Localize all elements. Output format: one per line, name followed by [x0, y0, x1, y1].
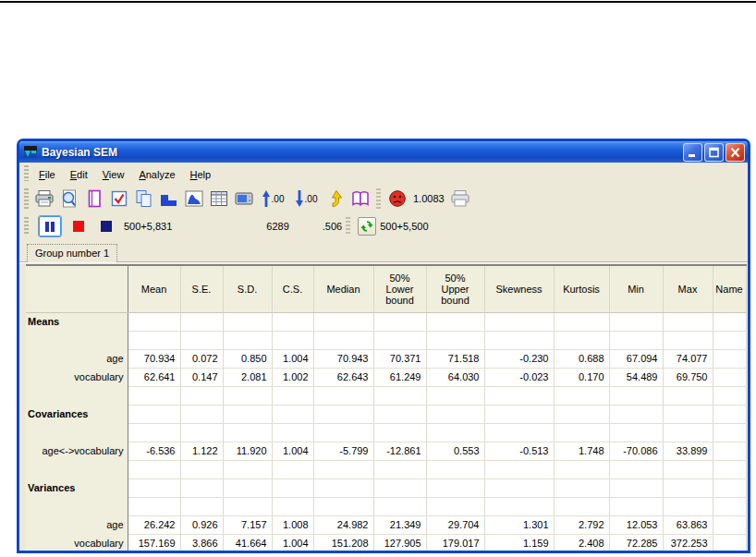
- refresh-button[interactable]: [358, 217, 376, 236]
- cell: [223, 312, 272, 331]
- screen-icon[interactable]: [232, 188, 255, 210]
- cell: [609, 312, 663, 331]
- menu-item-view[interactable]: View: [95, 167, 132, 182]
- cell: [663, 405, 713, 423]
- page-top-rule: [0, 1, 756, 3]
- cell: [373, 497, 426, 515]
- cell: [272, 497, 313, 515]
- cell: [128, 460, 180, 478]
- cell: 70.371: [373, 349, 426, 368]
- table-row[interactable]: age70.9340.0720.8501.00470.94370.37171.5…: [26, 349, 746, 368]
- adjust-icon[interactable]: [323, 188, 347, 210]
- cell: 67.094: [609, 349, 663, 368]
- cell: 11.920: [223, 442, 272, 460]
- book-icon[interactable]: [348, 188, 372, 210]
- accepted-count: 6289: [266, 221, 288, 232]
- close-button[interactable]: [726, 143, 745, 162]
- cell: [128, 405, 180, 423]
- cell: [609, 478, 663, 497]
- print-icon[interactable]: [32, 188, 55, 210]
- decrease-decimal-icon[interactable]: .00: [290, 188, 322, 210]
- tab-group-number-1[interactable]: Group number 1: [27, 244, 117, 262]
- convergence-statistic: 1.0083: [413, 193, 445, 204]
- cell: [426, 312, 484, 331]
- cell: 70.934: [128, 349, 180, 368]
- column-header: Max: [663, 265, 713, 312]
- bar-chart-icon[interactable]: [157, 188, 180, 210]
- cell: 0.688: [554, 349, 609, 368]
- maximize-button[interactable]: [704, 143, 724, 162]
- stop-navy-button[interactable]: [101, 221, 112, 232]
- row-label: [26, 386, 128, 405]
- cell: [554, 460, 609, 478]
- copy-icon[interactable]: [132, 188, 155, 210]
- pause-button[interactable]: [39, 216, 61, 236]
- cell: [426, 478, 484, 497]
- stop-red-button[interactable]: [73, 221, 84, 232]
- table-row: [26, 460, 746, 478]
- table-row: Variances: [26, 478, 746, 497]
- column-header: Mean: [128, 265, 180, 312]
- cell: 1.122: [180, 442, 223, 460]
- cell: [713, 423, 746, 442]
- cell: [272, 312, 313, 331]
- cell: [272, 460, 313, 478]
- cell: 2.081: [223, 368, 272, 386]
- print-gray-icon[interactable]: [449, 188, 472, 210]
- cell: [313, 312, 373, 331]
- grid-icon[interactable]: [207, 188, 230, 210]
- menu-item-help[interactable]: Help: [183, 167, 219, 182]
- checklist-icon[interactable]: [107, 188, 130, 210]
- cell: 372.253: [663, 534, 713, 551]
- frown-face-icon[interactable]: [385, 188, 408, 210]
- cell: 1.159: [484, 534, 554, 551]
- posterior-plot-icon[interactable]: [182, 188, 205, 210]
- cell: [713, 331, 746, 349]
- notepad-icon[interactable]: [82, 188, 105, 210]
- cell: 61.249: [373, 368, 426, 386]
- column-header: Kurtosis: [554, 265, 609, 312]
- row-label: [26, 460, 128, 478]
- table-row: [26, 423, 746, 442]
- table-row[interactable]: age26.2420.9267.1571.00824.98221.34929.7…: [26, 515, 746, 534]
- table-row[interactable]: vocabulary62.6410.1472.0811.00262.64361.…: [26, 368, 746, 386]
- cell: [128, 386, 180, 405]
- row-label: vocabulary: [26, 368, 128, 386]
- cell: [663, 460, 713, 478]
- cell: [484, 460, 554, 478]
- menu-item-file[interactable]: File: [31, 167, 63, 182]
- toolbar-grip[interactable]: [24, 188, 29, 209]
- minimize-button[interactable]: [683, 143, 702, 162]
- cell: 0.170: [554, 368, 609, 386]
- cell: 179.017: [426, 534, 484, 551]
- menubar: FileEditViewAnalyzeHelp: [19, 163, 748, 184]
- cell: 64.030: [426, 368, 484, 386]
- cell: 1.301: [484, 515, 554, 534]
- page-magnify-icon[interactable]: [57, 188, 80, 210]
- menu-item-analyze[interactable]: Analyze: [131, 167, 182, 182]
- cell: [713, 460, 746, 478]
- cell: [180, 423, 223, 442]
- table-row[interactable]: vocabulary157.1693.86641.6641.004151.208…: [26, 534, 746, 551]
- cell: 62.643: [313, 368, 373, 386]
- toolbar2-grip[interactable]: [24, 217, 29, 236]
- column-header: Min: [609, 265, 663, 312]
- cell: [426, 386, 484, 405]
- table-header-row: MeanS.E.S.D.C.S.Median50% Lower bound50%…: [26, 265, 746, 312]
- toolbar-main: .00 .00 1.0083: [19, 184, 748, 213]
- cell: [554, 497, 609, 515]
- toolbar-separator: [376, 188, 381, 209]
- menu-item-edit[interactable]: Edit: [63, 167, 95, 182]
- cell: [272, 405, 313, 423]
- column-header: Median: [313, 265, 373, 312]
- titlebar[interactable]: Bayesian SEM: [19, 141, 748, 163]
- cell: [223, 460, 272, 478]
- cell: -70.086: [609, 442, 663, 460]
- menubar-grip[interactable]: [24, 165, 29, 180]
- cell: 26.242: [128, 515, 180, 534]
- cell: [554, 478, 609, 497]
- table-row[interactable]: age<->vocabulary-6.5361.12211.9201.004-5…: [26, 442, 746, 460]
- cell: [313, 405, 373, 423]
- increase-decimal-icon[interactable]: .00: [257, 188, 288, 210]
- cell: [373, 460, 426, 478]
